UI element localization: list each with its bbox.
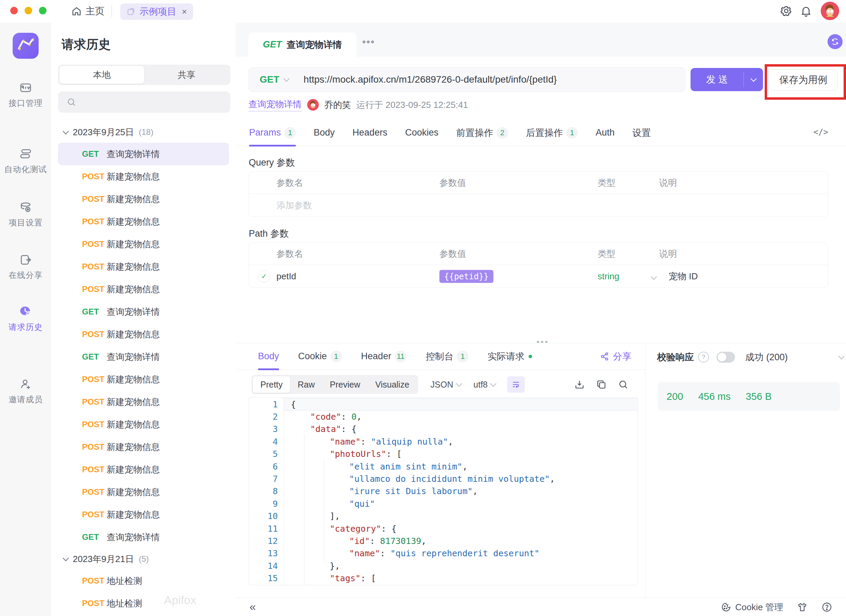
tab-pre-processors[interactable]: 前置操作2 [456, 120, 508, 146]
tab-cookies[interactable]: Cookies [405, 120, 439, 146]
tab-actual-request[interactable]: 实际请求 [488, 343, 532, 370]
history-list-item[interactable]: GET查询宠物详情 [58, 143, 229, 165]
tab-params[interactable]: Params1 [249, 120, 296, 146]
close-window-button[interactable] [10, 7, 18, 14]
history-list-item[interactable]: POST新建宠物信息 [58, 481, 229, 503]
tab-settings[interactable]: 设置 [633, 120, 651, 146]
tab-post-processors[interactable]: 后置操作1 [526, 120, 578, 146]
history-list-item[interactable]: POST新建宠物信息 [58, 391, 229, 413]
history-group-header[interactable]: 2023年9月21日(5) [51, 549, 236, 569]
sync-button[interactable] [828, 34, 843, 49]
response-body-code[interactable]: 1{2"code": 0,3"data": {4"name": "aliquip… [249, 397, 638, 585]
send-button[interactable]: 发 送 [690, 68, 763, 91]
tab-response-body[interactable]: Body [258, 343, 279, 370]
home-button[interactable]: 主页 [71, 5, 104, 18]
method-select-value[interactable]: GET [260, 74, 279, 85]
type-chevron-down-icon[interactable] [651, 274, 657, 280]
view-raw[interactable]: Raw [290, 376, 322, 393]
titlebar: 主页 示例项目 × [0, 0, 846, 23]
send-dropdown-button[interactable] [744, 78, 763, 81]
history-list-item[interactable]: POST地址检测 [58, 592, 229, 615]
download-icon[interactable] [574, 379, 585, 390]
validate-response-toggle[interactable] [717, 352, 735, 363]
more-tabs-button[interactable]: ••• [362, 36, 375, 48]
minimize-window-button[interactable] [25, 7, 32, 14]
view-preview[interactable]: Preview [322, 376, 368, 393]
post-processors-count-badge: 1 [566, 127, 578, 139]
view-code-icon[interactable]: </> [814, 128, 828, 137]
add-param-row[interactable]: 添加参数 [249, 194, 828, 217]
view-visualize[interactable]: Visualize [368, 376, 417, 393]
tab-auth[interactable]: Auth [596, 120, 615, 146]
sidebar-item-label: 请求历史 [0, 322, 51, 333]
path-param-row[interactable]: ✓ petId {{petid}} string 宠物 ID [249, 265, 828, 287]
status-chevron-down-icon[interactable] [838, 353, 844, 359]
url-input-value[interactable]: https://mock.apifox.cn/m1/2689726-0-defa… [304, 74, 557, 85]
sidebar-item-project-settings[interactable]: 项目设置 [0, 201, 51, 228]
encoding-select[interactable]: utf8 [474, 380, 496, 390]
history-list-item[interactable]: POST地址检测 [58, 569, 229, 592]
tab-body[interactable]: Body [314, 120, 335, 146]
history-list-item[interactable]: POST新建宠物信息 [58, 188, 229, 210]
tab-response-cookie[interactable]: Cookie1 [298, 343, 342, 370]
history-list-item[interactable]: POST新建宠物信息 [58, 413, 229, 436]
history-list-item[interactable]: POST新建宠物信息 [58, 233, 229, 255]
tab-shared[interactable]: 共享 [144, 66, 229, 84]
theme-icon[interactable] [797, 602, 808, 613]
method-chevron-down-icon[interactable] [283, 75, 289, 82]
tab-response-header[interactable]: Header11 [361, 343, 407, 370]
cookie-manager-button[interactable]: Cookie 管理 [721, 601, 783, 613]
param-name[interactable]: petId [276, 271, 296, 282]
history-group-header[interactable]: 2023年9月25日(18) [51, 122, 236, 143]
group-date: 2023年9月21日 [73, 553, 134, 565]
url-bar[interactable]: GET https://mock.apifox.cn/m1/2689726-0-… [248, 67, 685, 92]
variable-chip[interactable]: {{petid}} [439, 270, 494, 283]
history-list-item[interactable]: POST新建宠物信息 [58, 278, 229, 301]
chevron-down-icon [63, 128, 69, 134]
param-enabled-check-icon[interactable]: ✓ [258, 270, 270, 282]
tab-headers[interactable]: Headers [352, 120, 388, 146]
collapse-sidebar-button[interactable]: « [250, 600, 256, 613]
sidebar-item-api-management[interactable]: 接口管理 [0, 81, 51, 109]
request-tab-active[interactable]: GET 查询宠物详情 [248, 32, 356, 57]
sidebar-item-invite-member[interactable]: 邀请成员 [0, 378, 51, 405]
param-type-select[interactable]: string [598, 271, 620, 282]
app-logo[interactable] [13, 33, 39, 59]
close-project-tab-icon[interactable]: × [182, 6, 187, 17]
col-desc: 说明 [659, 248, 677, 260]
history-list-item[interactable]: POST新建宠物信息 [58, 436, 229, 458]
sidebar-item-automated-testing[interactable]: 自动化测试 [0, 148, 51, 175]
user-avatar[interactable] [821, 2, 839, 20]
zoom-window-button[interactable] [39, 7, 47, 14]
search-in-body-icon[interactable] [618, 379, 629, 390]
notifications-button[interactable] [800, 5, 812, 17]
history-list-item[interactable]: POST新建宠物信息 [58, 368, 229, 391]
sidebar-item-request-history[interactable]: 请求历史 [0, 305, 51, 333]
history-list-item[interactable]: POST新建宠物信息 [58, 503, 229, 526]
word-wrap-toggle[interactable] [507, 376, 525, 393]
history-list-item[interactable]: POST新建宠物信息 [58, 255, 229, 278]
copy-icon[interactable] [596, 379, 607, 390]
history-list-item[interactable]: POST新建宠物信息 [58, 323, 229, 346]
history-list-item[interactable]: GET查询宠物详情 [58, 346, 229, 368]
history-list-item[interactable]: POST新建宠物信息 [58, 165, 229, 188]
project-tab[interactable]: 示例项目 × [120, 3, 193, 20]
sidebar-item-online-sharing[interactable]: 在线分享 [0, 253, 51, 281]
history-list-item[interactable]: GET查询宠物详情 [58, 301, 229, 323]
request-title: 新建宠物信息 [107, 441, 160, 453]
tab-console[interactable]: 控制台1 [426, 343, 469, 370]
tab-local[interactable]: 本地 [59, 66, 144, 84]
settings-button[interactable] [780, 5, 792, 17]
history-list-item[interactable]: GET查询宠物详情 [58, 526, 229, 549]
api-link[interactable]: 查询宠物详情 [248, 98, 302, 111]
history-list-item[interactable]: POST新建宠物信息 [58, 210, 229, 233]
view-pretty[interactable]: Pretty [253, 376, 290, 393]
method-label: POST [58, 442, 107, 452]
history-list-item[interactable]: POST新建宠物信息 [58, 458, 229, 481]
param-desc[interactable]: 宠物 ID [669, 270, 698, 282]
share-button[interactable]: 分享 [600, 351, 632, 363]
format-select[interactable]: JSON [430, 380, 461, 390]
history-search-input[interactable] [58, 91, 230, 113]
help-circle-icon[interactable] [821, 602, 832, 613]
help-icon[interactable]: ? [698, 352, 709, 363]
